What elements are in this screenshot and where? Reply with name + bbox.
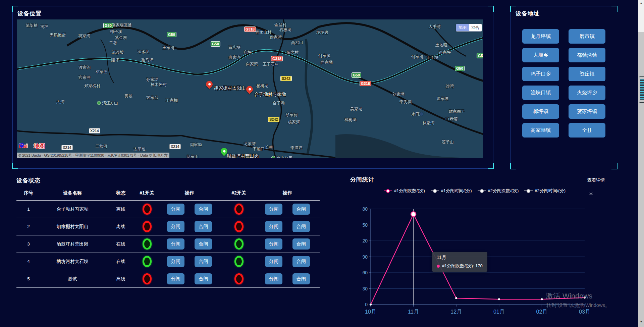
switch2-trip-button[interactable]: 分闸 — [265, 273, 282, 284]
map-device-label: 胡家棚村太阳山 — [214, 85, 246, 91]
legend-item[interactable]: #1分闸次数/(次) — [384, 188, 425, 194]
road-shield: S242 — [280, 76, 292, 81]
legend-item[interactable]: #2分闸次数/(次) — [478, 188, 519, 194]
baidu-map[interactable]: 笔架槽 洞坪 天鹅抱蛋 胡家湾 高家堰互通 梅子溪 紫金寨 二墩 流沙坡 沁水坝… — [17, 19, 483, 158]
legend-label: #1分闸时间/(分) — [441, 188, 472, 194]
corner-decoration — [488, 6, 494, 12]
map-attribution: © 2021 Baidu - GS(2019)5218号 - 甲测资字11009… — [17, 153, 169, 158]
switch1-trip-button[interactable]: 分闸 — [167, 273, 184, 284]
map-device-label: 合子坳村习家坳 — [254, 92, 286, 98]
map-place-label: 高家堰互通 — [112, 22, 132, 28]
switch1-close-button[interactable]: 合闸 — [195, 204, 212, 215]
corner-decoration — [488, 163, 494, 169]
table-header-cell: 设备名称 — [41, 190, 104, 196]
legend-item[interactable]: #2分闸时间/(分) — [524, 188, 566, 194]
map-place-label: 樟木岩村 — [151, 82, 167, 88]
map-place-label: 人手湾 — [429, 24, 441, 30]
table-row: 2 胡家棚村太阳山 离线 分闸 合闸 分闸 合闸 — [16, 218, 320, 235]
switch2-close-button[interactable]: 合闸 — [292, 221, 310, 232]
view-detail-link[interactable]: 查看详情 — [587, 177, 605, 183]
address-button[interactable]: 都镇湾镇 — [569, 48, 605, 62]
address-button[interactable]: 大堰乡 — [522, 48, 559, 62]
map-place-label: 管家坡 — [436, 96, 448, 102]
svg-text:03月: 03月 — [579, 309, 590, 315]
road-shield: G50 — [352, 72, 361, 78]
address-button[interactable]: 龙舟坪镇 — [522, 29, 559, 44]
switch1-indicator — [143, 238, 152, 250]
device-status-table: 序号 设备名称 状态 #1开关 操作 #2开关 操作 1 合子坳村习家坳 离线 — [16, 186, 320, 288]
map-place-label: 南山公园 — [271, 155, 292, 158]
scrollbar-down-arrow[interactable]: ▼ — [638, 320, 644, 323]
chart-legend: #1分闸次数/(次) #1分闸时间/(分) #2分闸次数/(次) #2分闸时间/… — [367, 188, 582, 194]
switch1-close-button[interactable]: 合闸 — [195, 273, 212, 284]
svg-text:60: 60 — [362, 270, 368, 275]
windows-watermark-sub: 转到"设置"以激活 Windows。 — [546, 302, 610, 309]
map-place-label: 沙湾 — [446, 84, 454, 89]
table-header-cell: 操作 — [157, 190, 222, 196]
road-shield: G50 — [103, 23, 113, 28]
switch2-trip-button[interactable]: 分闸 — [265, 204, 282, 215]
map-place-label: 两岔口 — [291, 40, 303, 46]
address-button[interactable]: 全县 — [569, 123, 605, 138]
address-button[interactable]: 磨市镇 — [569, 29, 605, 44]
switch1-close-button[interactable]: 合闸 — [195, 221, 212, 232]
legend-label: #1分闸次数/(次) — [394, 188, 425, 194]
svg-text:12月: 12月 — [450, 309, 462, 315]
scrollbar-thumb[interactable] — [639, 76, 644, 103]
map-place-label: 李氏祠 — [399, 99, 412, 105]
switch1-close-button[interactable]: 合闸 — [195, 238, 212, 250]
legend-item[interactable]: #1分闸时间/(分) — [431, 188, 472, 194]
map-place-label: 二墩 — [109, 40, 117, 46]
tooltip-series-dot — [437, 265, 440, 268]
maptype-control: 地图 混合 — [456, 24, 482, 32]
switch2-trip-button[interactable]: 分闸 — [265, 221, 282, 232]
corner-decoration — [611, 163, 618, 169]
switch1-close-button[interactable]: 合闸 — [195, 256, 212, 267]
address-button[interactable]: 资丘镇 — [569, 67, 605, 81]
road-shield: G318 — [360, 81, 371, 86]
windows-watermark: 激活 Windows — [546, 291, 592, 301]
scrollbar-up-arrow[interactable]: ▲ — [638, 0, 644, 32]
address-button[interactable]: 贺家坪镇 — [569, 104, 605, 119]
map-place-label: 王子石村 — [263, 61, 279, 67]
address-button[interactable]: 鸭子口乡 — [522, 67, 559, 81]
switch2-close-button[interactable]: 合闸 — [292, 273, 310, 284]
baidu-paw-icon — [28, 143, 34, 149]
switch2-trip-button[interactable]: 分闸 — [265, 238, 282, 250]
switch1-trip-button[interactable]: 分闸 — [167, 256, 184, 267]
switch2-close-button[interactable]: 合闸 — [292, 256, 310, 267]
row-index: 4 — [16, 259, 41, 264]
map-place-label: 流沙坡 — [112, 50, 124, 55]
map-place-label: 柳树坳 — [344, 117, 357, 123]
download-icon[interactable] — [588, 190, 594, 197]
switch1-trip-button[interactable]: 分闸 — [167, 238, 184, 250]
legend-line-icon — [478, 190, 486, 191]
map-place-label: 何家溪 — [318, 53, 330, 59]
map-place-label: 刘家坳 — [392, 92, 405, 97]
device-status: 离线 — [104, 206, 137, 212]
switch1-trip-button[interactable]: 分闸 — [167, 204, 184, 215]
address-button[interactable]: 渔峡口镇 — [522, 86, 559, 100]
switch2-trip-button[interactable]: 分闸 — [265, 256, 282, 267]
maptype-map-button[interactable]: 地图 — [456, 24, 469, 31]
maptype-hybrid-button[interactable]: 混合 — [469, 24, 482, 31]
map-place-label: 李潭坪 — [290, 145, 303, 151]
road-shield: G318 — [271, 56, 283, 61]
address-button[interactable]: 榔坪镇 — [522, 104, 559, 119]
switch2-close-button[interactable]: 合闸 — [292, 204, 310, 215]
table-header-row: 序号 设备名称 状态 #1开关 操作 #2开关 操作 — [16, 186, 320, 201]
switch2-close-button[interactable]: 合闸 — [292, 238, 310, 250]
map-place-label: 何家湾 — [411, 54, 423, 60]
road-shield: S242 — [268, 117, 279, 122]
address-button[interactable]: 火烧坪乡 — [569, 86, 605, 100]
map-place-label: 水田冲 — [411, 111, 423, 117]
switch2-indicator — [234, 273, 244, 284]
switch1-trip-button[interactable]: 分闸 — [167, 221, 184, 232]
scrollbar-track[interactable] — [638, 32, 644, 327]
legend-label: #2分闸时间/(分) — [535, 188, 566, 194]
row-index: 3 — [16, 241, 41, 247]
address-button[interactable]: 高家堰镇 — [522, 123, 559, 138]
map-place-label: 偏岩村 — [286, 50, 299, 55]
map-place-label: 王家棚 — [166, 98, 178, 103]
map-place-label: 彭家祠 — [285, 112, 298, 118]
